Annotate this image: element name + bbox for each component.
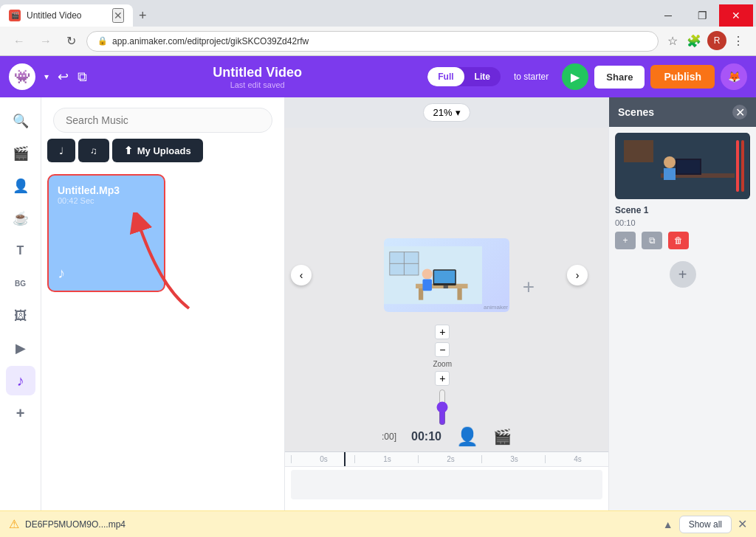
scene-duration-1: 00:10 [615,218,636,227]
copy-button[interactable]: ⧉ [78,69,87,85]
media-timeline-icon: 🎬 [493,428,512,446]
zoom-fit-button[interactable]: + [435,371,450,386]
lite-view-button[interactable]: Lite [464,67,501,86]
expand-button[interactable]: ▲ [663,519,673,530]
canvas-bottom-controls: :00] 00:10 👤 🎬 [285,422,608,451]
zoom-dropdown-icon: ▾ [456,107,461,118]
publish-button[interactable]: Publish [650,65,715,89]
ruler-ticks: 0s 1s 2s 3s 4s 5s 6s 7s 8s 9s 10s [291,455,608,463]
svg-rect-14 [624,140,653,162]
scene-label-1: Scene 1 [615,205,648,215]
scenes-panel: Scenes ✕ [608,97,756,510]
profile-icon[interactable]: R [707,31,726,50]
svg-rect-7 [457,288,461,300]
zoom-slider[interactable] [436,389,448,426]
play-button[interactable]: ▶ [562,63,588,90]
scene-copy-button[interactable]: ⧉ [642,232,662,249]
music-tab-uploads[interactable]: ⬆ My Uploads [112,139,203,162]
top-bar-actions: Full Lite to starter ▶ Share Publish 🦊 [427,63,747,90]
tab-close-button[interactable]: ✕ [112,8,124,23]
minimize-button[interactable]: ─ [651,4,685,27]
browser-tab[interactable]: 🎬 Untitled Video ✕ [0,4,133,27]
bookmark-button[interactable]: ☆ [664,31,681,51]
full-view-button[interactable]: Full [427,67,464,86]
bottom-bar: ⚠ DE6FP5MUOM9O....mp4 ▲ Show all ✕ [0,510,756,537]
tab-title: Untitled Video [27,10,106,21]
audio-title: Untitled.Mp3 [58,184,155,196]
music-tab-note1[interactable]: ♩ [47,139,75,162]
scenes-title: Scenes [618,106,654,118]
back-button[interactable]: ← [9,32,30,51]
svg-rect-17 [677,160,700,173]
sidebar-item-media[interactable]: 🎬 [6,139,35,168]
starter-button[interactable]: to starter [506,67,556,86]
uploads-label: My Uploads [137,145,191,156]
audio-duration: 00:42 Sec [58,196,155,205]
restore-button[interactable]: ❐ [685,4,719,27]
zoom-controls: + − Zoom + [433,325,452,426]
sidebar-item-music[interactable]: ♪ [6,366,35,395]
scenes-header: Scenes ✕ [609,97,756,127]
scene-delete-button[interactable]: 🗑 [668,232,689,249]
sidebar-item-add[interactable]: + [6,398,35,428]
scene-image: animaker [384,238,509,312]
add-scene-canvas-button[interactable]: + [523,275,535,299]
forward-button[interactable]: → [35,32,56,51]
scene-thumbnail-1[interactable] [615,133,750,199]
share-button[interactable]: Share [594,66,645,89]
add-new-scene-button[interactable]: + [670,261,696,288]
zoom-value: 21% [433,107,452,118]
refresh-button[interactable]: ↻ [62,31,80,51]
scene-preview: animaker [384,238,509,312]
sidebar-item-search[interactable]: 🔍 [6,106,35,136]
search-area [41,97,284,139]
show-all-button[interactable]: Show all [679,516,732,533]
scene-add-button[interactable]: + [615,232,636,249]
svg-rect-9 [434,270,455,283]
canvas-prev-button[interactable]: ‹ [291,265,312,285]
logo[interactable]: 👾 [9,63,35,90]
timeline-track[interactable] [291,470,602,499]
svg-rect-6 [419,288,423,300]
sidebar-item-video[interactable]: ▶ [6,333,35,363]
canvas-toolbar: 21% ▾ [285,97,608,128]
sidebar-item-images[interactable]: 🖼 [6,301,35,330]
new-tab-button[interactable]: + [136,5,150,27]
more-button[interactable]: ⋮ [729,31,747,51]
audio-note-icon: ♪ [58,265,155,282]
scenes-close-button[interactable]: ✕ [732,105,747,119]
extensions-button[interactable]: 🧩 [684,31,704,51]
zoom-control[interactable]: 21% ▾ [423,103,470,122]
left-sidebar: 🔍 🎬 👤 ☕ T BG 🖼 ▶ ♪ + [0,97,41,510]
watermark: animaker [482,302,509,312]
close-bar-button[interactable]: ✕ [738,517,747,531]
sidebar-item-props[interactable]: ☕ [6,204,35,233]
canvas-next-button[interactable]: › [567,265,588,285]
svg-point-11 [422,268,433,279]
sidebar-item-bg[interactable]: BG [6,268,35,298]
audio-card[interactable]: Untitled.Mp3 00:42 Sec ♪ [47,174,165,292]
logo-dropdown[interactable]: ▾ [44,72,49,82]
title-section: Untitled Video Last edit saved [96,65,419,89]
avatar-button[interactable]: 🦊 [721,63,747,90]
zoom-in-button[interactable]: + [435,325,450,339]
view-toggle: Full Lite [427,67,501,86]
undo-button[interactable]: ↩ [58,69,69,85]
scene-color-bars [736,140,744,192]
logo-icon: 👾 [14,69,30,85]
ruler-tick-2s: 2s [418,455,481,463]
canvas-area: 21% ▾ ‹ [285,97,608,510]
time-start: :00] [382,432,396,442]
sidebar-item-text[interactable]: T [6,236,35,266]
ruler-tick-1s: 1s [354,455,418,463]
address-bar[interactable]: 🔒 app.animaker.com/editproject/gikSKCO39… [86,31,659,52]
svg-point-18 [664,156,676,168]
scene-item-1: Scene 1 00:10 + ⧉ 🗑 [609,127,756,255]
sidebar-item-characters[interactable]: 👤 [6,171,35,201]
search-input[interactable] [53,108,272,133]
upload-icon: ⬆ [124,145,133,156]
character-icon: 👤 [456,426,478,447]
zoom-out-button[interactable]: − [435,342,450,357]
music-tab-note2[interactable]: ♫ [78,139,109,162]
close-window-button[interactable]: ✕ [719,4,753,27]
